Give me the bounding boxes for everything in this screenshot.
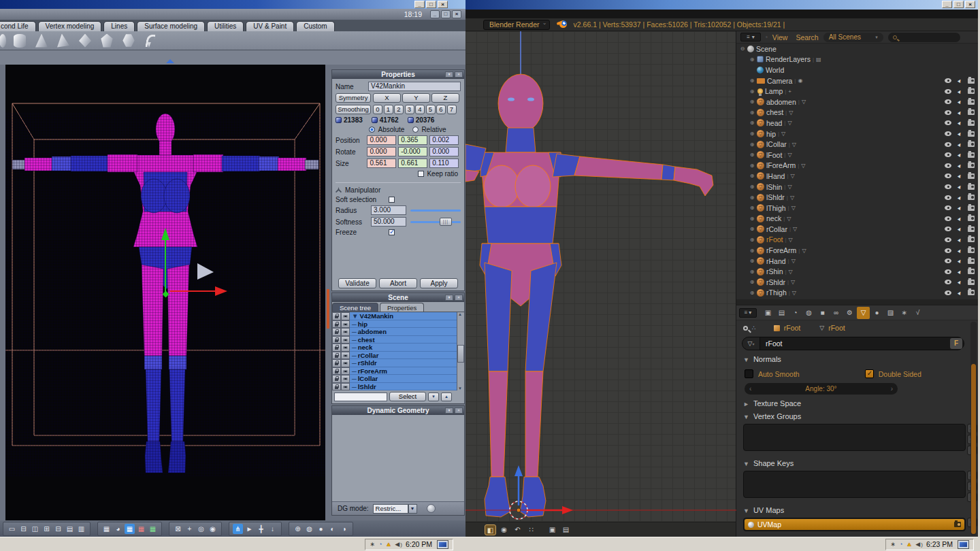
properties-tab-object[interactable]: ■ [816,307,829,319]
maximize-button[interactable]: □ [441,10,451,18]
position-y-field[interactable]: 0.365 [398,135,427,145]
properties-tab-physics[interactable]: √ [911,307,924,319]
smoothing-5-button[interactable]: 5 [426,105,436,114]
outliner-row-rforearm[interactable]: ⊕▽rForeArm|▽► [736,245,978,256]
visibility-toggle-icon[interactable] [945,131,951,136]
position-x-field[interactable]: 0.000 [367,135,396,145]
outliner-row-world[interactable]: World [736,65,978,76]
expander-icon[interactable]: ⊕ [749,131,755,137]
selectability-toggle-icon[interactable]: ► [956,289,964,297]
layout-hsplit-icon[interactable]: ⊟ [53,524,63,534]
fake-user-button[interactable]: F [950,338,962,349]
selectability-toggle-icon[interactable]: ► [956,77,964,84]
layout-right-icon[interactable]: ◫ [30,524,40,534]
layout-bottom-icon[interactable]: ⊟ [18,524,29,534]
outliner-row-lthigh[interactable]: ⊕▽lThigh|▽► [736,203,978,214]
blender-3d-viewport[interactable]: ◧◉↶∷▣▤ [466,31,736,537]
tab-uv-paint[interactable]: UV & Paint [246,21,294,31]
outliner-row-rhand[interactable]: ⊕▽rHand|▽► [736,256,978,267]
expander-icon[interactable]: ⊕ [749,237,755,243]
scene-tree-row[interactable]: ─abdomen [332,328,464,336]
breadcrumb-object[interactable]: rFoot [784,324,801,332]
visibility-toggle-icon[interactable] [945,280,951,284]
expander-icon[interactable]: ⊕ [749,290,755,296]
cylinder-icon[interactable] [11,33,29,49]
renderability-toggle-icon[interactable] [968,110,975,115]
mode-absolute[interactable]: Absolute [369,126,404,133]
scene-item-hip[interactable]: ─hip [350,320,464,329]
pivot-icon[interactable]: ◉ [498,524,510,535]
radius-slider[interactable] [410,210,461,212]
selectability-toggle-icon[interactable]: ► [956,257,964,265]
properties-scrollbar[interactable] [970,322,977,535]
visibility-toggle-icon[interactable] [945,258,951,263]
select-tool-icon[interactable]: ► [244,524,255,534]
expander-icon[interactable]: ⊕ [749,269,755,275]
mode-relative[interactable]: Relative [412,126,446,133]
selectability-toggle-icon[interactable]: ► [956,98,964,105]
visibility-toggle-icon[interactable] [945,216,951,221]
smoothing-6-button[interactable]: 6 [436,105,446,114]
dynamic-geometry-header[interactable]: Dynamic Geometry ▾× [332,406,464,415]
selectability-toggle-icon[interactable]: ► [956,151,964,158]
rotate-x-field[interactable]: 0.000 [367,147,396,156]
properties-tab-texture[interactable]: ▨ [884,307,897,319]
left-3d-viewport[interactable] [5,65,325,520]
expander-icon[interactable]: ⊕ [749,173,755,179]
softness-slider[interactable]: ||| [410,221,461,223]
tab-vertex-modeling[interactable]: Vertex modeling [38,21,102,31]
scene-item-rforearm[interactable]: ─rForeArm [350,367,464,375]
expander-icon[interactable]: ⊕ [749,216,755,222]
expander-icon[interactable]: ⊕ [749,152,755,158]
scene-filter-input[interactable] [334,393,387,401]
renderability-toggle-icon[interactable] [968,184,975,190]
position-z-field[interactable]: 0.002 [429,135,459,145]
scene-tab-scene-tree[interactable]: Scene tree [332,303,378,312]
properties-tab-constraints[interactable]: ∞ [830,307,843,319]
outliner-row-lshin[interactable]: ⊕▽lShin|▽► [736,182,978,193]
editor-type-dropdown[interactable]: ≡▾ [739,308,757,318]
right-taskbar[interactable]: ∗◔▲◀ 6:23 PM [466,537,978,551]
visibility-toggle-icon[interactable] [945,248,951,253]
visibility-icon[interactable] [341,312,350,320]
selectability-toggle-icon[interactable]: ► [956,268,964,276]
visibility-icon[interactable] [341,320,350,329]
visibility-icon[interactable] [341,375,350,383]
lock-icon[interactable] [332,344,341,352]
soft-selection-checkbox[interactable] [389,197,395,203]
pin-icon[interactable] [743,326,748,331]
grid-blue-icon[interactable]: ▦ [125,524,135,534]
user-icon[interactable]: ∗ [890,541,896,548]
radius-field[interactable]: 3.000 [371,205,406,215]
renderability-toggle-icon[interactable] [968,248,975,253]
left-window-titlebar[interactable]: _□× [0,0,466,9]
expander-icon[interactable]: ⊕ [749,205,755,211]
dg-mode-dropdown[interactable]: Restric... ▼ [373,504,417,514]
lock-icon[interactable] [332,359,341,367]
outliner-row-rthigh[interactable]: ⊕▽rThigh|▽► [736,288,978,299]
selectability-toggle-icon[interactable]: ► [956,225,964,233]
visibility-icon[interactable] [341,336,350,344]
tab-cond-life[interactable]: cond Life [0,21,36,31]
renderability-toggle-icon[interactable] [968,120,975,126]
normals-section-header[interactable]: ▼Normals [743,355,971,363]
outliner-scope-dropdown[interactable]: All Scenes▾ [823,33,883,42]
display-icon[interactable] [437,540,448,549]
scene-tab-properties[interactable]: Properties [380,303,424,312]
outliner-row-head[interactable]: ⊕▽head|▽► [736,118,978,129]
scene-panel-header[interactable]: Scene ▾× [332,293,464,302]
smoothing-3-button[interactable]: 3 [405,105,414,114]
expander-icon[interactable]: ⊕ [749,99,755,105]
selectability-toggle-icon[interactable]: ► [956,204,964,212]
panel-close-icon[interactable]: × [455,295,463,301]
renderability-toggle-icon[interactable] [968,173,975,179]
panel-close-icon[interactable]: × [455,407,463,414]
scene-item-neck[interactable]: ─neck [350,344,464,352]
move-tool-icon[interactable]: ╋ [256,524,266,534]
scene-tree-row[interactable]: ─chest [332,336,464,344]
tree-expand-down-icon[interactable]: ▼ [428,393,439,401]
properties-panel-header[interactable]: Properties ▾× [332,70,464,79]
visibility-toggle-icon[interactable] [945,99,951,104]
expander-icon[interactable]: ⊕ [749,279,755,285]
close-button[interactable]: × [965,1,975,8]
